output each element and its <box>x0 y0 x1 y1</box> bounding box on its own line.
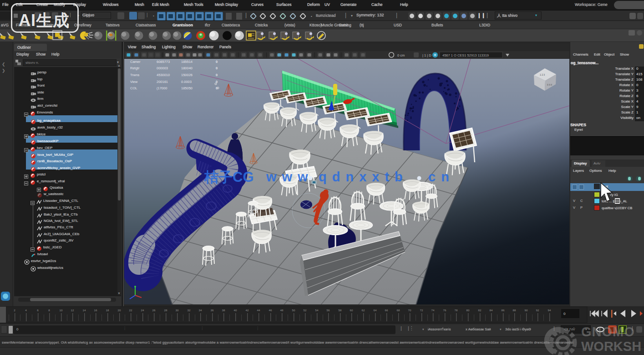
svg-text:68: 68 <box>397 309 400 312</box>
svg-text:0: 0 <box>216 80 218 84</box>
svg-text:88: 88 <box>513 309 516 312</box>
svg-text:0: 0 <box>216 66 218 70</box>
svg-text:桔子CG: 桔子CG <box>204 169 254 185</box>
svg-text:82: 82 <box>478 309 482 312</box>
svg-text:72: 72 <box>420 309 423 312</box>
svg-text:WORKSH: WORKSH <box>581 339 641 354</box>
svg-text:34: 34 <box>199 309 202 312</box>
svg-text:14: 14 <box>83 309 86 312</box>
svg-text:94: 94 <box>548 309 551 312</box>
svg-text:44: 44 <box>257 309 260 312</box>
svg-text:74: 74 <box>431 309 435 312</box>
svg-text:12: 12 <box>71 309 74 312</box>
svg-text:1 2 3: 1 2 3 <box>540 73 545 76</box>
svg-text:64: 64 <box>374 309 377 312</box>
svg-text:76: 76 <box>443 309 446 312</box>
svg-text:40: 40 <box>234 309 237 312</box>
svg-text:150026: 150026 <box>181 73 193 77</box>
svg-text:(17000: (17000 <box>157 86 167 90</box>
svg-text:86: 86 <box>502 309 505 312</box>
svg-text:52: 52 <box>304 309 307 312</box>
svg-text:6: 6 <box>37 309 39 312</box>
svg-text:36: 36 <box>211 309 214 312</box>
svg-text:0: 0 <box>563 312 566 316</box>
svg-text:Camer: Camer <box>130 60 141 64</box>
svg-text:10: 10 <box>60 309 63 312</box>
svg-text:000003: 000003 <box>157 66 168 70</box>
svg-text:18: 18 <box>106 309 109 312</box>
svg-text:50: 50 <box>292 309 295 312</box>
svg-text:6085773: 6085773 <box>157 60 170 64</box>
svg-text:2: 2 <box>14 309 15 312</box>
svg-text:4530010: 4530010 <box>157 73 170 77</box>
svg-text:62: 62 <box>362 309 365 312</box>
svg-text:60: 60 <box>350 309 353 312</box>
svg-text:4567 1 O CES1 52913 113319: 4567 1 O CES1 52913 113319 <box>442 53 489 57</box>
svg-text:22: 22 <box>129 309 132 312</box>
svg-text:180040: 180040 <box>181 66 193 70</box>
svg-text:Retgtr: Retgtr <box>130 66 140 70</box>
svg-text:70: 70 <box>408 309 411 312</box>
svg-text:26: 26 <box>152 309 156 312</box>
svg-text:48: 48 <box>280 309 284 312</box>
svg-text:78: 78 <box>455 309 458 312</box>
svg-text:28: 28 <box>164 309 167 312</box>
svg-text:cn: cn <box>428 170 455 184</box>
svg-text:38: 38 <box>222 309 225 312</box>
svg-text:20: 20 <box>118 309 121 312</box>
svg-text:90: 90 <box>525 309 528 312</box>
svg-text:58: 58 <box>339 309 342 312</box>
svg-text:View: View <box>130 80 138 84</box>
svg-text:42: 42 <box>246 309 249 312</box>
svg-text:24: 24 <box>141 309 144 312</box>
svg-text:www: www <box>266 170 314 184</box>
svg-text:185050: 185050 <box>181 86 193 90</box>
svg-text:0: 0 <box>216 73 218 77</box>
svg-text:185514: 185514 <box>181 60 193 64</box>
svg-text:8: 8 <box>48 309 50 312</box>
svg-text:16: 16 <box>94 309 97 312</box>
svg-text:4: 4 <box>25 309 27 312</box>
svg-text:56: 56 <box>327 309 330 312</box>
svg-text:84: 84 <box>490 309 493 312</box>
svg-text:0 cm: 0 cm <box>397 53 405 57</box>
svg-text:0: 0 <box>216 60 218 64</box>
svg-text:66: 66 <box>385 309 388 312</box>
svg-text:COL: COL <box>130 86 137 90</box>
svg-text:46: 46 <box>269 309 272 312</box>
svg-text:80: 80 <box>467 309 470 312</box>
svg-text:54: 54 <box>315 309 319 312</box>
svg-text:| 1 | D: | 1 | D <box>422 53 431 57</box>
svg-text:qdnxxtb: qdnxxtb <box>319 170 408 184</box>
svg-text:GNOMO: GNOMO <box>581 324 635 339</box>
svg-text:Trwns: Trwns <box>130 73 139 77</box>
svg-text:92: 92 <box>536 309 539 312</box>
svg-text:30: 30 <box>176 309 179 312</box>
svg-text:0: 0 <box>216 86 218 90</box>
svg-text:32: 32 <box>188 309 191 312</box>
svg-text:8 8 8: 8 8 8 <box>547 83 552 86</box>
svg-text:0.0003: 0.0003 <box>181 80 192 84</box>
svg-text:200161: 200161 <box>157 80 168 84</box>
